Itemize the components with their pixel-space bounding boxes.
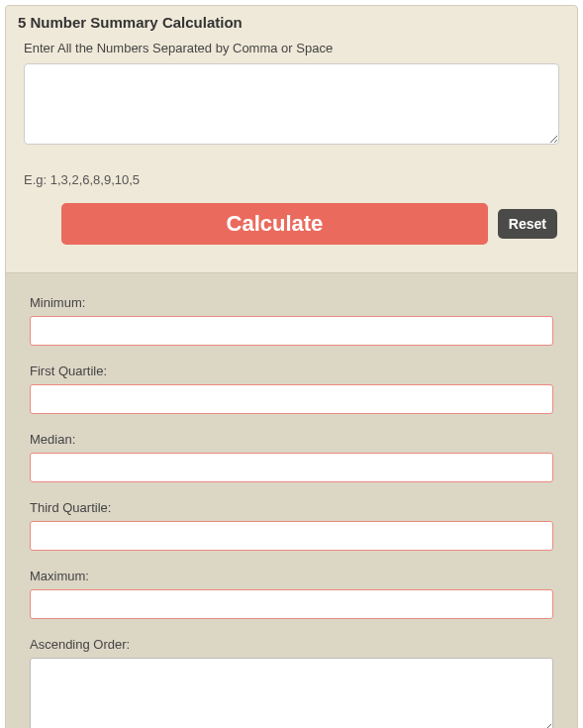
third-quartile-group: Third Quartile: [30, 500, 553, 551]
first-quartile-output[interactable] [30, 384, 553, 414]
minimum-label: Minimum: [30, 295, 553, 310]
maximum-output[interactable] [30, 589, 553, 619]
calculator-panel: 5 Number Summary Calculation Enter All t… [5, 5, 578, 728]
numbers-input-label: Enter All the Numbers Separated by Comma… [24, 41, 559, 55]
results-section: Minimum: First Quartile: Median: Third Q… [6, 272, 577, 728]
first-quartile-group: First Quartile: [30, 364, 553, 414]
ascending-order-label: Ascending Order: [30, 637, 553, 652]
ascending-order-group: Ascending Order: [30, 637, 553, 728]
first-quartile-label: First Quartile: [30, 364, 553, 378]
median-group: Median: [30, 432, 553, 482]
median-output[interactable] [30, 453, 553, 482]
button-row: Calculate Reset [24, 203, 559, 259]
calculate-button[interactable]: Calculate [61, 203, 488, 245]
input-section: Enter All the Numbers Separated by Comma… [6, 41, 577, 272]
maximum-group: Maximum: [30, 569, 553, 619]
numbers-input[interactable] [24, 63, 559, 145]
example-text: E.g: 1,3,2,6,8,9,10,5 [24, 172, 559, 187]
third-quartile-output[interactable] [30, 521, 553, 551]
third-quartile-label: Third Quartile: [30, 500, 553, 515]
minimum-output[interactable] [30, 316, 553, 346]
reset-button[interactable]: Reset [498, 209, 557, 239]
ascending-order-output[interactable] [30, 658, 553, 728]
minimum-group: Minimum: [30, 295, 553, 346]
maximum-label: Maximum: [30, 569, 553, 583]
median-label: Median: [30, 432, 553, 447]
panel-header: 5 Number Summary Calculation [6, 6, 577, 41]
panel-title: 5 Number Summary Calculation [18, 14, 565, 31]
